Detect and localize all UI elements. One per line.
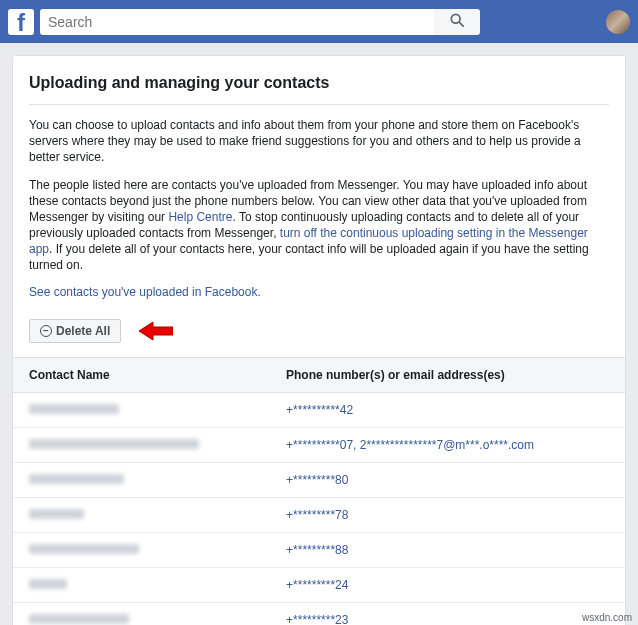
see-uploaded-contacts-link[interactable]: See contacts you've uploaded in Facebook… [29,277,261,313]
table-row: +*********88 [13,533,625,568]
help-centre-link[interactable]: Help Centre [168,210,232,224]
page-title: Uploading and managing your contacts [29,68,609,105]
table-row: +**********07, 2***************7@m***.o*… [13,428,625,463]
contact-phone-cell: +*********23 [270,603,625,626]
contact-name-cell [13,498,270,533]
facebook-logo[interactable]: f [8,9,34,35]
avatar[interactable] [606,10,630,34]
col-header-name: Contact Name [13,358,270,393]
contact-phone-cell: +**********07, 2***************7@m***.o*… [270,428,625,463]
redacted-name [29,579,67,589]
contact-phone-cell: +*********24 [270,568,625,603]
delete-all-button[interactable]: − Delete All [29,319,121,343]
table-row: +*********23 [13,603,625,626]
contact-name-cell [13,533,270,568]
redacted-name [29,439,199,449]
svg-marker-2 [139,322,173,340]
redacted-name [29,404,119,414]
intro-paragraph-2: The people listed here are contacts you'… [29,169,609,277]
search-input[interactable] [40,9,434,35]
contacts-table: Contact Name Phone number(s) or email ad… [13,357,625,625]
table-row: +*********80 [13,463,625,498]
contact-name-cell [13,603,270,626]
redacted-name [29,474,124,484]
contact-name-cell [13,393,270,428]
contact-phone-cell: +*********80 [270,463,625,498]
search-button[interactable] [434,9,480,35]
contact-phone-cell: +*********88 [270,533,625,568]
text: . If you delete all of your contacts her… [29,242,589,272]
actions-row: − Delete All [29,313,609,357]
col-header-phone: Phone number(s) or email address(es) [270,358,625,393]
contact-name-cell [13,463,270,498]
search-wrap [40,9,480,35]
contact-phone-cell: +**********42 [270,393,625,428]
top-nav: f [0,0,638,43]
minus-circle-icon: − [40,325,52,337]
contact-name-cell [13,428,270,463]
redacted-name [29,544,139,554]
watermark: wsxdn.com [582,612,632,623]
contact-phone-cell: +*********78 [270,498,625,533]
redacted-name [29,509,84,519]
contact-name-cell [13,568,270,603]
table-row: +*********78 [13,498,625,533]
redacted-name [29,614,129,624]
search-icon [450,13,464,30]
table-row: +*********24 [13,568,625,603]
arrow-left-icon [139,320,173,342]
table-row: +**********42 [13,393,625,428]
intro-paragraph-1: You can choose to upload contacts and in… [29,105,609,169]
svg-line-1 [459,22,463,26]
delete-all-label: Delete All [56,324,110,338]
content-card: Uploading and managing your contacts You… [12,55,626,625]
